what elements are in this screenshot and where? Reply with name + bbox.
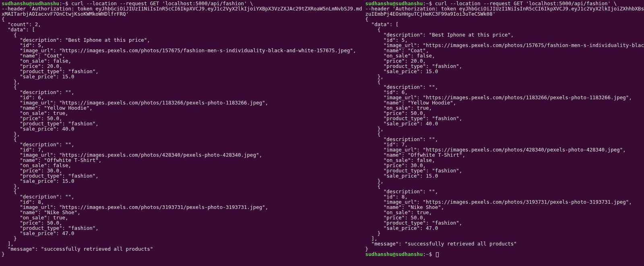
- terminal-output-left[interactable]: sudhanshu@sudhanshu:~$ curl --location -…: [2, 1, 362, 257]
- terminal-pane-right[interactable]: sudhanshu@sudhanshu:~$ curl --location -…: [364, 0, 644, 266]
- terminal-pane-left[interactable]: sudhanshu@sudhanshu:~$ curl --location -…: [0, 0, 364, 266]
- terminal-output-right[interactable]: sudhanshu@sudhanshu:~$ curl --location -…: [365, 1, 644, 257]
- cursor: [436, 252, 439, 257]
- split-terminal: sudhanshu@sudhanshu:~$ curl --location -…: [0, 0, 644, 266]
